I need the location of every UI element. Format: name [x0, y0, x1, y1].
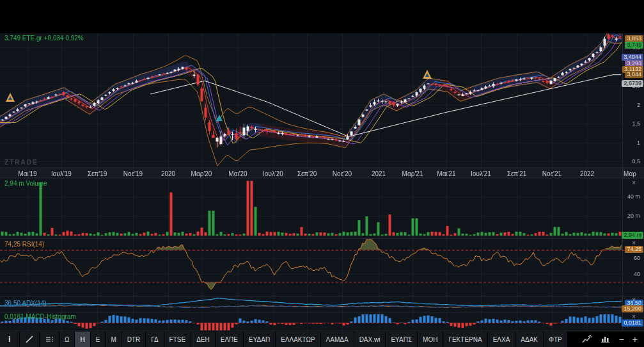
price-change-pct: 0,92% — [65, 35, 83, 42]
price-axis-label: 2 — [637, 102, 640, 108]
info-icon: i — [8, 335, 10, 344]
ticker-button-ΕΛΧΑ[interactable]: ΕΛΧΑ — [488, 332, 515, 347]
ticker-button-ΔΕΗ[interactable]: ΔΕΗ — [191, 332, 215, 347]
rsi-value-badge: 74,25 — [625, 246, 643, 253]
adx-panel-close[interactable]: × — [632, 297, 636, 303]
time-axis-label: Σεπ'19 — [88, 170, 107, 177]
ticker-button-ΜΟΗ[interactable]: ΜΟΗ — [418, 332, 443, 347]
ticker-button-H[interactable]: H — [75, 332, 90, 347]
rsi-axis-label: 60 — [634, 255, 640, 261]
ticker-button-ΦΤΡ[interactable]: ΦΤΡ — [544, 332, 567, 347]
price-level-badge: 2,6739 — [622, 80, 643, 87]
time-axis-label: Νοε'19 — [123, 170, 143, 177]
ticker-button-ΛΑΜΔΑ[interactable]: ΛΑΜΔΑ — [321, 332, 354, 347]
pencil-icon — [25, 335, 34, 344]
zoom-in-button[interactable]: + — [632, 335, 638, 344]
time-axis-label: Μαρ'21 — [402, 170, 423, 177]
toolbar-right-controls: − + — [582, 332, 644, 347]
zoom-out-button[interactable]: − — [619, 335, 624, 344]
symbol-quote-header: 3,749 ETE.gr +0,034 0,92% — [4, 35, 84, 42]
time-axis-label: Νοε'20 — [333, 170, 352, 177]
volume-panel-area[interactable] — [0, 178, 622, 238]
bottom-toolbar: i ΩHEMDTRΓΔFTSEΔΕΗΕΛΠΕΕΥΔΑΠΕΛΛΑΚΤΩΡΛΑΜΔΑ… — [0, 332, 644, 347]
macd-panel-area[interactable] — [0, 312, 622, 331]
volume-axis-label: 40 m — [627, 193, 640, 200]
ticker-button-DAX.wi[interactable]: DAX.wi — [354, 332, 386, 347]
time-axis-label: Μαρ'20 — [191, 170, 212, 177]
time-axis-label: Μαι'19 — [18, 170, 36, 177]
ticker-button-FTSE[interactable]: FTSE — [164, 332, 191, 347]
ticker-button-DTR[interactable]: DTR — [122, 332, 146, 347]
macd-value-badge: 0,0181 — [622, 319, 643, 327]
time-axis-label: Ιουλ'20 — [263, 170, 283, 177]
rsi-panel-label: 74,25 RSI(14) — [4, 241, 44, 248]
price-axis-label: 0,5 — [632, 158, 640, 165]
volume-axis-label: 20 m — [627, 213, 640, 219]
time-axis-label: 2020 — [161, 170, 175, 177]
trading-app-window: 3,749 ETE.gr +0,034 0,92% ZTRADE 2,94 m … — [0, 0, 644, 347]
time-axis-label: 2022 — [580, 170, 594, 177]
ticker-button-E[interactable]: E — [91, 332, 106, 347]
time-axis-label: Σεπ'21 — [507, 170, 527, 177]
price-level-badge: 3,044 — [625, 71, 643, 78]
main-chart-area[interactable] — [0, 33, 622, 168]
price-axis-label: 1 — [637, 140, 640, 146]
rsi-panel-area[interactable] — [0, 239, 622, 296]
ticker-button-Ω[interactable]: Ω — [59, 332, 74, 347]
info-button[interactable]: i — [0, 332, 19, 347]
price-axis-label: 1,5 — [632, 120, 640, 127]
time-axis-label: Ιουλ'21 — [471, 170, 491, 177]
adx-panel-area[interactable] — [0, 296, 622, 312]
macd-panel-close[interactable]: × — [632, 314, 636, 320]
volume-panel-label: 2,94 m Volume — [4, 180, 47, 187]
time-axis-label: Μαρ — [624, 170, 636, 177]
adx-value-badge: 15,200 — [622, 305, 643, 312]
symbol-name: ETE.gr — [22, 35, 42, 42]
time-axis-label: Μαι'21 — [437, 170, 455, 177]
ticker-button-ΕΥΔΑΠ[interactable]: ΕΥΔΑΠ — [244, 332, 275, 347]
ticker-button-ΕΛΠΕ[interactable]: ΕΛΠΕ — [216, 332, 243, 347]
volume-value-badge: 2,94 m — [622, 232, 643, 239]
price-change: +0,034 — [44, 35, 64, 42]
rsi-panel-close[interactable]: × — [632, 240, 636, 246]
volume-panel-close[interactable]: × — [632, 180, 636, 186]
ticker-button-ΓΔ[interactable]: ΓΔ — [146, 332, 163, 347]
draw-button[interactable] — [20, 332, 39, 347]
time-axis-label: Σεπ'20 — [297, 170, 317, 177]
adx-panel-label: 36,50 ADX(14) — [4, 300, 47, 307]
last-price: 3,749 — [4, 35, 20, 42]
ticker-button-ΑΔΑΚ[interactable]: ΑΔΑΚ — [515, 332, 543, 347]
ticker-buttons: ΩHEMDTRΓΔFTSEΔΕΗΕΛΠΕΕΥΔΑΠΕΛΛΑΚΤΩΡΛΑΜΔΑDA… — [59, 332, 568, 347]
ticker-button-ΕΥΑΠΣ[interactable]: ΕΥΑΠΣ — [386, 332, 417, 347]
ticker-button-ΓΕΚΤΕΡΝΑ[interactable]: ΓΕΚΤΕΡΝΑ — [443, 332, 487, 347]
time-axis-label: Νοε'21 — [542, 170, 562, 177]
macd-panel-label: 0,0181 MACD-Histogram — [4, 313, 76, 320]
time-axis-label: Ιουλ'19 — [51, 170, 72, 177]
rsi-axis-label: 40 — [634, 271, 640, 277]
price-level-badge: 3,749 — [625, 42, 643, 49]
ztrade-watermark: ZTRADE — [4, 159, 38, 166]
list-icon — [45, 335, 54, 344]
ticker-button-ΕΛΛΑΚΤΩΡ[interactable]: ΕΛΛΑΚΤΩΡ — [276, 332, 320, 347]
histogram-icon[interactable] — [601, 335, 611, 344]
ticker-button-M[interactable]: M — [106, 332, 121, 347]
line-chart-icon[interactable] — [582, 335, 592, 344]
time-axis-label: Μαι'20 — [228, 170, 247, 177]
time-axis-label: 2021 — [372, 170, 386, 177]
indicator-list-button[interactable] — [40, 332, 59, 347]
